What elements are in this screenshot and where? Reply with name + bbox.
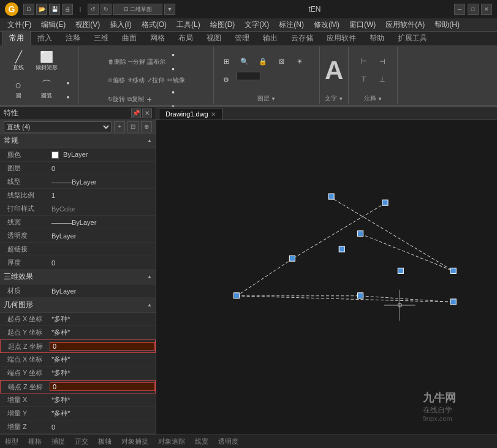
line-tool[interactable]: ╱ 直线 — [5, 48, 32, 75]
tab-common[interactable]: 常用 — [2, 31, 31, 45]
status-snap[interactable]: 捕捉 — [51, 437, 65, 446]
status-polar[interactable]: 极轴 — [98, 437, 112, 446]
tab-close-btn[interactable]: ✕ — [211, 111, 216, 118]
prop-add-btn[interactable]: + — [114, 121, 125, 132]
prop-deltax-value[interactable]: *多种* — [49, 395, 156, 404]
annotation-group-label[interactable]: 注释 ▼ — [364, 94, 382, 103]
menu-format[interactable]: 格式(O) — [137, 18, 172, 31]
prop-endy-value[interactable]: *多种* — [49, 368, 156, 378]
menu-draw[interactable]: 绘图(D) — [205, 18, 240, 31]
close-btn[interactable]: ✕ — [481, 4, 492, 15]
tab-3d[interactable]: 三维 — [87, 31, 115, 45]
prop-deltaz-value[interactable]: 0 — [49, 423, 156, 431]
annot-btn-3[interactable]: ⊤ — [355, 71, 373, 88]
mod-extra-1[interactable]: ▪ — [167, 48, 180, 61]
status-otrack[interactable]: 对象追踪 — [158, 437, 185, 446]
menu-modify[interactable]: 修改(M) — [309, 18, 344, 31]
minimize-btn[interactable]: ─ — [454, 4, 465, 15]
object-type-select[interactable]: 直线 (4) — [4, 121, 112, 132]
rect-tool[interactable]: ⬜ 倾斜矩形 — [33, 48, 60, 75]
prop-endz-value[interactable]: 0 — [50, 382, 155, 391]
annot-btn-4[interactable]: ⊥ — [374, 71, 391, 88]
tab-view[interactable]: 视图 — [200, 31, 228, 45]
prop-transparency-value[interactable]: ByLayer — [49, 232, 156, 240]
prop-material-value[interactable]: ByLayer — [49, 287, 156, 295]
save-btn[interactable]: 💾 — [49, 4, 60, 15]
menu-window[interactable]: 窗口(W) — [344, 18, 381, 31]
prop-startx-value[interactable]: *多种* — [49, 314, 156, 324]
prop-linetype-value[interactable]: ———ByLayer — [49, 178, 156, 186]
text-tool-big[interactable]: A — [325, 58, 343, 83]
menu-insert[interactable]: 插入(I) — [105, 18, 136, 31]
status-osnap[interactable]: 对象捕捉 — [121, 437, 148, 446]
status-lw[interactable]: 线宽 — [195, 437, 208, 446]
layer-btn-3[interactable]: 🔒 — [254, 53, 271, 70]
prop-layer-value[interactable]: 0 — [49, 165, 156, 172]
tab-annotation[interactable]: 注释 — [59, 31, 87, 45]
redo-btn[interactable]: ↻ — [101, 4, 112, 15]
layer-btn-2[interactable]: 🔍 — [236, 53, 253, 70]
menu-view[interactable]: 视图(V) — [70, 18, 105, 31]
text-group-label[interactable]: 文字 ▼ — [325, 94, 343, 103]
status-ortho[interactable]: 正交 — [75, 437, 88, 446]
layer-btn-6[interactable]: ⚙ — [218, 71, 235, 88]
prop-endx-value[interactable]: *多种* — [49, 355, 156, 364]
prop-ltscale-value[interactable]: 1 — [49, 192, 156, 199]
annot-btn-1[interactable]: ⊢ — [355, 53, 373, 70]
tab-manage[interactable]: 管理 — [228, 31, 256, 45]
extra-draw-1[interactable]: ▪ — [61, 76, 75, 89]
layer-btn-4[interactable]: ⊠ — [273, 53, 290, 70]
prop-thickness-value[interactable]: 0 — [49, 259, 156, 267]
print-btn[interactable]: 🖨 — [62, 4, 73, 15]
menu-tools[interactable]: 工具(L) — [172, 18, 205, 31]
status-model[interactable]: 模型 — [5, 437, 18, 446]
arc-tool[interactable]: ⌒ 圆弧 — [33, 76, 60, 103]
status-grid[interactable]: 栅格 — [28, 437, 42, 446]
prop-filter-btn[interactable]: ⊡ — [127, 121, 138, 132]
open-btn[interactable]: 📂 — [36, 4, 47, 15]
mod-extra-3[interactable]: ▪ — [167, 85, 180, 99]
geometry-section-header[interactable]: 几何图形 ▲ — [0, 298, 156, 313]
menu-file[interactable]: 文件(F) — [2, 18, 36, 31]
prop-starty-value[interactable]: *多种* — [49, 328, 156, 337]
tab-layout[interactable]: 布局 — [172, 31, 200, 45]
prop-lineweight-value[interactable]: ———ByLayer — [49, 219, 156, 226]
maximize-btn[interactable]: □ — [468, 4, 479, 15]
extra-draw-2[interactable]: ▪ — [61, 90, 75, 104]
prop-deltay-value[interactable]: *多种* — [49, 409, 156, 418]
menu-help[interactable]: 帮助(H) — [430, 18, 465, 31]
layer-btn-5[interactable]: ☀ — [291, 53, 308, 70]
tab-mesh[interactable]: 网格 — [143, 31, 172, 45]
tab-apps[interactable]: 应用软件 — [320, 31, 363, 45]
tab-surface[interactable]: 曲面 — [115, 31, 143, 45]
mod-extra-2[interactable]: ▪ — [167, 62, 180, 75]
tab-extensions[interactable]: 扩展工具 — [391, 31, 434, 45]
prop-plotstyle-value[interactable]: ByColor — [49, 205, 156, 213]
drawing-canvas[interactable]: 九牛网 在线自学 9npx.com — [156, 120, 497, 435]
tab-insert[interactable]: 插入 — [31, 31, 59, 45]
menu-edit[interactable]: 编辑(E) — [36, 18, 70, 31]
menu-text[interactable]: 文字(X) — [240, 18, 274, 31]
layer-group-label[interactable]: 图层 ▼ — [257, 94, 276, 103]
3d-section-header[interactable]: 三维效果 ▲ — [0, 270, 156, 284]
status-transparency[interactable]: 透明度 — [218, 437, 238, 446]
prop-pin-btn[interactable]: 📌 — [131, 108, 141, 118]
prop-startz-value[interactable]: 0 — [50, 342, 155, 351]
general-section-header[interactable]: 常规 ▲ — [0, 134, 156, 148]
tab-help[interactable]: 帮助 — [363, 31, 391, 45]
prop-color-value[interactable]: ByLayer — [49, 151, 156, 159]
layer-btn-1[interactable]: ⊞ — [218, 53, 235, 70]
prop-close-btn[interactable]: ✕ — [142, 108, 152, 118]
circle-tool[interactable]: ○ 圆 — [5, 76, 32, 103]
annot-btn-2[interactable]: ⊣ — [374, 53, 391, 70]
3d-btn[interactable]: ⊡ 二维草图 — [113, 4, 162, 15]
undo-btn[interactable]: ↺ — [88, 4, 99, 15]
dropdown-btn[interactable]: ▼ — [164, 4, 175, 15]
tab-cloud[interactable]: 云存储 — [284, 31, 320, 45]
canvas-tab-drawing1[interactable]: Drawing1.dwg ✕ — [159, 108, 222, 120]
prop-toggle-btn[interactable]: ⊕ — [141, 121, 152, 132]
new-btn[interactable]: 🗋 — [23, 4, 34, 15]
tab-output[interactable]: 输出 — [256, 31, 284, 45]
menu-dimension[interactable]: 标注(N) — [274, 18, 309, 31]
menu-apps[interactable]: 应用软件(A) — [381, 18, 430, 31]
